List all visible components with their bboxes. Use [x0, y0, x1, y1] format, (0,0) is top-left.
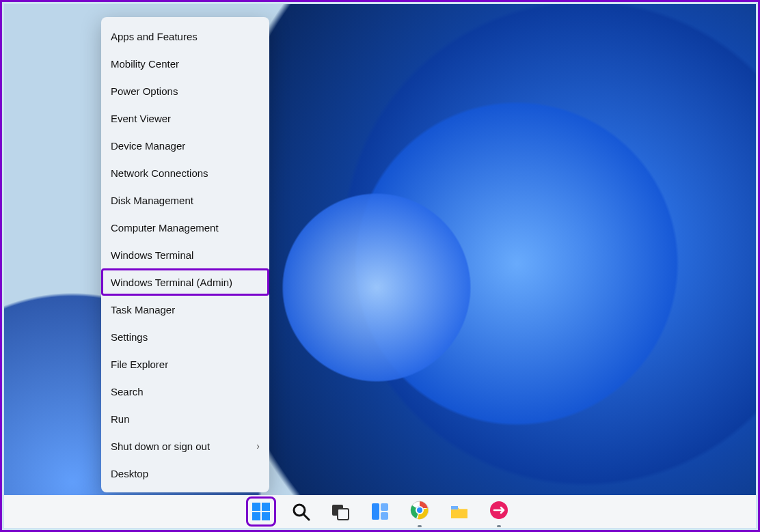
menu-item-label: Run [111, 413, 130, 425]
running-indicator [497, 525, 501, 527]
search-icon [290, 501, 311, 522]
taskbar-app-button[interactable] [485, 496, 513, 524]
menu-item-search[interactable]: Search [101, 378, 269, 405]
menu-item-label: Event Viewer [111, 113, 171, 124]
menu-item-label: Windows Terminal [111, 249, 193, 261]
menu-item-mobility-center[interactable]: Mobility Center [101, 50, 269, 77]
taskbar-chrome-button[interactable] [406, 496, 433, 524]
taskbar-widgets-button[interactable] [366, 498, 394, 525]
menu-item-label: Desktop [111, 468, 148, 479]
pink-app-icon [489, 500, 509, 520]
winx-context-menu: Apps and FeaturesMobility CenterPower Op… [101, 17, 269, 492]
taskbar-file-explorer-button[interactable] [446, 498, 473, 525]
taskbar-start-button[interactable] [247, 498, 275, 525]
menu-item-label: Shut down or sign out [111, 440, 210, 452]
menu-item-label: Disk Management [111, 195, 193, 206]
menu-item-label: Apps and Features [111, 31, 198, 42]
menu-item-disk-management[interactable]: Disk Management [101, 186, 269, 214]
menu-item-label: Windows Terminal (Admin) [111, 277, 232, 288]
widgets-icon [370, 501, 390, 522]
menu-item-label: File Explorer [111, 359, 168, 370]
menu-item-settings[interactable]: Settings [101, 323, 269, 350]
menu-item-label: Settings [111, 331, 148, 343]
screenshot-frame: Apps and FeaturesMobility CenterPower Op… [0, 0, 760, 532]
menu-item-label: Mobility Center [111, 58, 179, 70]
menu-item-apps-and-features[interactable]: Apps and Features [101, 23, 269, 50]
taskbar-search-button[interactable] [287, 498, 314, 525]
chevron-right-icon: › [256, 440, 260, 451]
menu-item-task-manager[interactable]: Task Manager [101, 296, 269, 323]
menu-item-run[interactable]: Run [101, 405, 269, 432]
menu-item-desktop[interactable]: Desktop [101, 460, 269, 487]
menu-item-file-explorer[interactable]: File Explorer [101, 350, 269, 378]
menu-item-windows-terminal[interactable]: Windows Terminal [101, 241, 269, 268]
menu-item-label: Task Manager [111, 304, 175, 316]
menu-item-shut-down-or-sign-out[interactable]: Shut down or sign out› [101, 432, 269, 460]
running-indicator [418, 525, 422, 527]
menu-item-label: Power Options [111, 85, 178, 97]
menu-item-power-options[interactable]: Power Options [101, 77, 269, 104]
windows-logo-icon [251, 501, 271, 522]
menu-item-device-manager[interactable]: Device Manager [101, 132, 269, 159]
menu-item-label: Device Manager [111, 140, 185, 152]
menu-item-network-connections[interactable]: Network Connections [101, 159, 269, 186]
task-view-icon [330, 501, 351, 522]
menu-item-event-viewer[interactable]: Event Viewer [101, 104, 269, 132]
menu-item-label: Computer Management [111, 222, 219, 234]
menu-item-label: Search [111, 386, 144, 397]
file-explorer-icon [449, 501, 470, 522]
taskbar-task-view-button[interactable] [327, 498, 354, 525]
menu-item-windows-terminal-admin[interactable]: Windows Terminal (Admin) [101, 268, 269, 296]
menu-item-label: Network Connections [111, 167, 208, 179]
chrome-icon [409, 500, 430, 520]
taskbar [4, 495, 756, 528]
menu-item-computer-management[interactable]: Computer Management [101, 214, 269, 241]
